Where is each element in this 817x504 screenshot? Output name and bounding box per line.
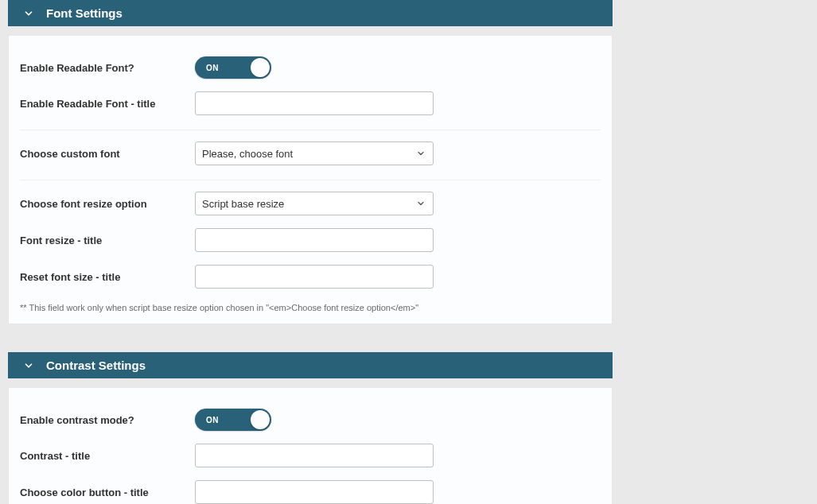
font-settings-header[interactable]: Font Settings (8, 0, 613, 26)
contrast-settings-panel: Contrast Settings Enable contrast mode? … (8, 352, 613, 504)
enable-readable-font-toggle[interactable]: ON (195, 56, 271, 79)
font-settings-footnote: ** This field work only when script base… (20, 303, 601, 312)
chevron-down-icon (22, 359, 35, 372)
choose-color-button-title-label: Choose color button - title (20, 487, 195, 498)
toggle-on-text: ON (206, 416, 219, 425)
chevron-down-icon (22, 7, 35, 20)
choose-font-resize-option-select[interactable]: Script base resize (195, 192, 434, 215)
font-settings-panel: Font Settings Enable Readable Font? ON E… (8, 0, 613, 324)
enable-readable-font-label: Enable Readable Font? (20, 62, 195, 74)
enable-readable-font-title-label: Enable Readable Font - title (20, 98, 195, 110)
choose-color-button-title-input[interactable] (195, 480, 434, 504)
toggle-knob (251, 58, 270, 77)
reset-font-size-title-label: Reset font size - title (20, 271, 195, 283)
font-resize-title-label: Font resize - title (20, 235, 195, 246)
font-resize-title-input[interactable] (195, 228, 434, 252)
choose-custom-font-select[interactable]: Please, choose font (195, 142, 434, 165)
enable-contrast-mode-toggle[interactable]: ON (195, 409, 271, 431)
contrast-settings-header[interactable]: Contrast Settings (8, 352, 613, 378)
choose-custom-font-label: Choose custom font (20, 148, 195, 160)
contrast-title-input[interactable] (195, 444, 434, 467)
toggle-knob (251, 410, 270, 429)
font-settings-title: Font Settings (46, 6, 123, 20)
toggle-on-text: ON (206, 64, 219, 72)
contrast-settings-body: Enable contrast mode? ON Contrast - titl… (8, 388, 613, 504)
choose-font-resize-option-label: Choose font resize option (20, 198, 195, 210)
contrast-title-label: Contrast - title (20, 450, 195, 462)
reset-font-size-title-input[interactable] (195, 265, 434, 289)
font-settings-body: Enable Readable Font? ON Enable Readable… (8, 36, 613, 324)
enable-readable-font-title-input[interactable] (195, 91, 434, 115)
enable-contrast-mode-label: Enable contrast mode? (20, 414, 195, 426)
contrast-settings-title: Contrast Settings (46, 359, 146, 372)
